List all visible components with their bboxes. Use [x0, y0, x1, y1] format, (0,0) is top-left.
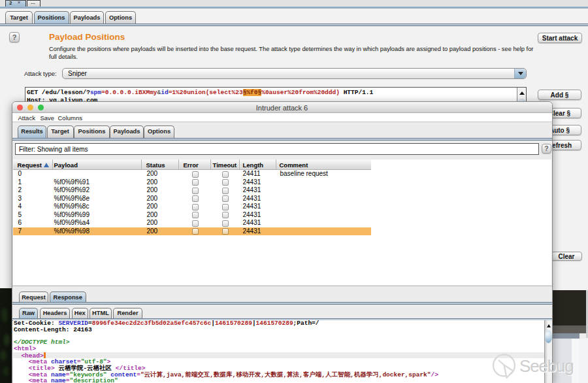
- svg-text:Seebug: Seebug: [519, 356, 573, 376]
